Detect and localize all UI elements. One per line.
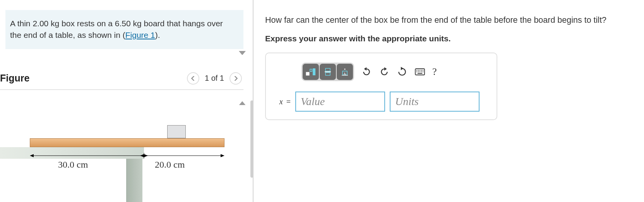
reset-button[interactable] [397,66,408,77]
svg-rect-7 [310,69,312,71]
svg-rect-11 [325,73,330,75]
units-input[interactable]: Units [390,92,480,112]
svg-rect-9 [325,68,330,71]
template-fraction-button[interactable] [320,64,336,80]
figure-counter: 1 of 1 [205,74,224,83]
svg-rect-22 [420,70,420,71]
left-panel: A thin 2.00 kg box rests on a 6.50 kg bo… [0,0,249,202]
dimension-right-label: 20.0 cm [155,160,185,170]
svg-rect-23 [421,70,422,71]
units-placeholder: Units [395,95,419,108]
svg-rect-24 [423,70,423,71]
svg-rect-6 [306,72,309,75]
template-units-button[interactable] [303,64,319,80]
svg-rect-27 [420,71,420,72]
scrollbar-thumb[interactable] [250,100,253,178]
dimension-left-label: 30.0 cm [58,160,88,170]
redo-button[interactable] [379,66,390,77]
answer-row: x = Value Units [273,92,490,112]
box [167,125,186,138]
value-input[interactable]: Value [295,92,385,112]
svg-rect-30 [418,73,422,74]
svg-point-12 [344,69,345,70]
template-vector-button[interactable]: A [337,64,353,80]
panel-divider[interactable] [249,0,257,202]
keyboard-button[interactable] [414,66,425,77]
svg-marker-16 [364,67,367,71]
svg-rect-28 [421,71,422,72]
collapse-up-icon[interactable] [239,100,246,106]
dimension-arrows [30,152,224,160]
figure-title: Figure [0,73,185,84]
figure-header: Figure 1 of 1 [0,72,243,90]
svg-marker-5 [144,154,148,157]
svg-rect-20 [416,70,417,71]
svg-marker-1 [30,154,34,157]
problem-text-after: ). [155,31,160,39]
svg-marker-2 [221,154,224,157]
problem-text-before: A thin 2.00 kg box rests on a 6.50 kg bo… [10,19,223,39]
svg-marker-17 [384,67,387,71]
svg-marker-18 [401,67,404,70]
answer-toolbar: A [273,59,490,88]
figure-prev-button[interactable] [187,72,199,85]
undo-button[interactable] [361,66,372,77]
svg-rect-29 [423,71,423,72]
svg-rect-21 [418,70,419,71]
question-prompt: How far can the center of the box be fro… [265,14,641,26]
board [30,138,224,147]
svg-rect-8 [313,68,315,75]
svg-marker-4 [140,154,144,157]
svg-rect-25 [416,71,417,72]
figure-next-button[interactable] [230,72,242,85]
svg-rect-26 [418,71,419,72]
right-panel: How far can the center of the box be fro… [257,0,644,202]
table-leg [126,159,142,202]
help-button[interactable]: ? [432,66,437,78]
value-placeholder: Value [301,95,325,108]
figure-diagram: 30.0 cm 20.0 cm [0,98,232,194]
question-instruction: Express your answer with the appropriate… [265,34,641,43]
answer-box: A [265,53,497,120]
answer-variable: x = [273,97,291,106]
problem-statement: A thin 2.00 kg box rests on a 6.50 kg bo… [5,10,243,49]
template-button-group: A [301,63,354,81]
figure-link[interactable]: Figure 1 [125,31,155,39]
collapse-down-icon[interactable] [239,50,246,56]
